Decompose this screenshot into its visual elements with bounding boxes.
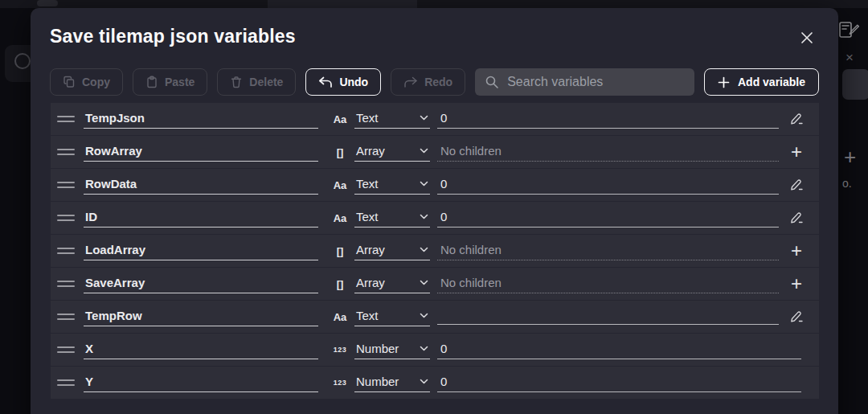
delete-button[interactable]: Delete: [217, 68, 296, 96]
type-select[interactable]: Text: [354, 308, 430, 326]
add-variable-button[interactable]: Add variable: [704, 68, 819, 96]
chevron-down-icon: [420, 115, 428, 121]
type-select-value: Text: [356, 111, 379, 125]
chevron-down-icon: [420, 313, 428, 318]
chevron-down-icon: [420, 181, 428, 187]
tab-close-icon[interactable]: ×: [398, 0, 405, 1]
variable-value-input[interactable]: 0: [437, 110, 779, 129]
copy-label: Copy: [82, 76, 110, 88]
type-select[interactable]: Array: [354, 275, 430, 293]
redo-icon: [403, 76, 418, 88]
add-child-button[interactable]: +: [784, 145, 809, 159]
pencil-icon: [789, 309, 805, 324]
chevron-down-icon: [420, 148, 428, 154]
tab-close-icon[interactable]: ×: [510, 0, 518, 1]
variable-name-input[interactable]: X: [84, 341, 318, 359]
no-children-placeholder: No children: [437, 242, 779, 260]
close-icon: [798, 29, 816, 47]
variable-value-input[interactable]: 0: [437, 374, 801, 392]
variable-value-input[interactable]: 0: [437, 176, 779, 195]
pencil-icon: [789, 178, 805, 192]
background-text-fragment: o.: [842, 177, 852, 190]
search-icon: [14, 53, 31, 69]
type-select-value: Text: [356, 210, 379, 223]
type-select-value: Number: [356, 375, 399, 388]
variable-row-temprow: TempRow Aa Text: [51, 301, 819, 333]
variable-name-input[interactable]: RowData: [84, 176, 318, 195]
chevron-down-icon: [420, 214, 428, 219]
edit-value-button[interactable]: [784, 309, 809, 324]
paste-icon: [145, 76, 158, 88]
variable-name-input[interactable]: TempJson: [84, 110, 318, 129]
background-tab-strip: ‹ › tilemap json (Events) × Debugger ×: [0, 0, 868, 8]
variable-row-id: ID Aa Text 0: [51, 202, 819, 234]
edit-value-button[interactable]: [784, 211, 809, 225]
add-child-button[interactable]: +: [784, 277, 809, 291]
type-array-icon: []: [330, 245, 350, 257]
variable-row-savearray: SaveArray [] Array No children +: [51, 268, 819, 300]
chevron-down-icon: [420, 280, 428, 285]
add-child-button[interactable]: +: [784, 244, 809, 258]
delete-label: Delete: [249, 76, 283, 88]
redo-label: Redo: [424, 76, 452, 88]
drag-handle-icon[interactable]: [57, 379, 75, 386]
paste-label: Paste: [165, 76, 194, 88]
drag-handle-icon[interactable]: [57, 248, 75, 254]
paste-button[interactable]: Paste: [133, 68, 207, 96]
variable-value-input[interactable]: [437, 309, 779, 325]
type-select[interactable]: Text: [354, 110, 430, 129]
copy-button[interactable]: Copy: [50, 68, 123, 96]
trash-icon: [230, 76, 243, 88]
type-select[interactable]: Array: [354, 242, 430, 260]
background-close-icon: ×: [845, 50, 854, 66]
variable-name-input[interactable]: Y: [84, 374, 318, 392]
no-children-placeholder: No children: [437, 275, 779, 293]
add-variable-label: Add variable: [738, 76, 805, 88]
edit-value-button[interactable]: [784, 178, 809, 192]
undo-label: Undo: [339, 76, 368, 88]
type-array-icon: []: [330, 278, 350, 290]
variable-name-input[interactable]: ID: [84, 209, 318, 227]
type-select-value: Array: [356, 243, 385, 256]
type-text-icon: Aa: [330, 179, 350, 191]
copy-icon: [63, 76, 76, 88]
drag-handle-icon[interactable]: [57, 281, 75, 287]
drag-handle-icon[interactable]: [57, 182, 75, 188]
edit-value-button[interactable]: [784, 112, 809, 126]
variable-name-input[interactable]: LoadArray: [84, 242, 318, 260]
type-select[interactable]: Array: [354, 143, 430, 162]
close-dialog-button[interactable]: [796, 27, 817, 51]
chevron-down-icon: [420, 379, 428, 384]
background-toolbar-fragment: [37, 0, 58, 6]
drag-handle-icon[interactable]: [57, 215, 75, 221]
type-text-icon: Aa: [330, 113, 350, 125]
variable-name-input[interactable]: SaveArray: [84, 275, 318, 293]
variable-row-y: Y 123 Number 0: [51, 367, 819, 399]
tab-tilemap-json-events[interactable]: tilemap json (Events) ×: [268, 0, 417, 8]
background-plus-icon: +: [844, 145, 856, 170]
type-select-value: Array: [356, 276, 385, 289]
drag-handle-icon[interactable]: [57, 346, 75, 353]
type-select[interactable]: Text: [354, 209, 430, 227]
tab-debugger[interactable]: Debugger ×: [417, 0, 530, 8]
variable-name-input[interactable]: RowArray: [84, 143, 318, 162]
drag-handle-icon[interactable]: [57, 116, 75, 122]
variable-row-loadarray: LoadArray [] Array No children +: [51, 235, 819, 267]
variable-row-rowdata: RowData Aa Text 0: [51, 169, 819, 201]
type-select[interactable]: Text: [354, 176, 430, 195]
search-variables-input[interactable]: [507, 75, 685, 89]
redo-button[interactable]: Redo: [391, 68, 465, 96]
type-select[interactable]: Number: [354, 341, 430, 359]
drag-handle-icon[interactable]: [57, 314, 75, 320]
type-select[interactable]: Number: [354, 374, 430, 392]
background-card-fragment: [842, 69, 868, 100]
notepad-edit-icon: [837, 19, 860, 40]
undo-button[interactable]: Undo: [305, 68, 381, 96]
variable-name-input[interactable]: TempRow: [84, 308, 318, 326]
variable-row-x: X 123 Number 0: [51, 334, 819, 366]
variable-row-tempjson: TempJson Aa Text 0: [51, 103, 819, 135]
type-select-value: Number: [356, 342, 399, 355]
drag-handle-icon[interactable]: [57, 149, 75, 155]
variable-value-input[interactable]: 0: [437, 209, 779, 227]
variable-value-input[interactable]: 0: [437, 341, 801, 359]
